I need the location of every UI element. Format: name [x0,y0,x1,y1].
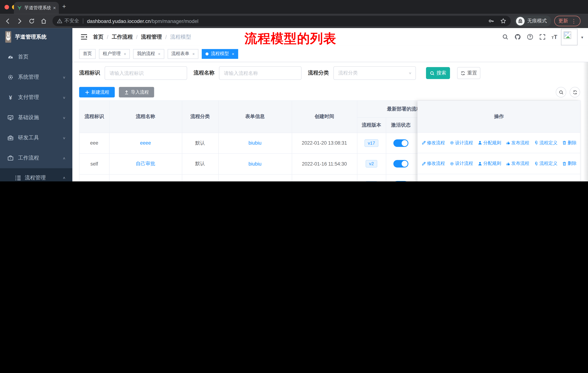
yen-icon: ¥ [8,94,13,101]
chevron-up-icon: ∧ [63,176,66,180]
user-icon [478,141,482,145]
close-icon[interactable]: × [124,51,126,56]
sidebar-item-home[interactable]: 首页 [0,47,72,67]
process-key-input[interactable] [105,66,187,80]
tag-tenant[interactable]: 租户管理× [99,49,130,59]
text-size-icon[interactable]: TT [552,34,557,40]
import-process-button[interactable]: 导入流程 [119,87,154,97]
close-icon[interactable]: × [158,51,160,56]
col-header-category: 流程分类 [182,101,218,133]
reset-button[interactable]: 重置 [457,67,481,79]
delete-link[interactable]: 删除 [562,161,577,167]
design-process-link[interactable]: 设计流程 [450,181,473,181]
sidebar: 芋道管理系统 首页 系统管理 ∨ ¥ 支付管理 ∨ [0,28,72,181]
avatar[interactable] [561,29,578,45]
cell-category: 默认 [182,153,218,174]
breadcrumb-workflow[interactable]: 工作流程 [112,33,133,40]
col-header-created: 创建时间 [292,101,357,133]
close-window-button[interactable] [5,5,9,10]
hand-icon [506,161,510,166]
close-icon[interactable]: × [192,51,195,56]
back-icon[interactable] [5,18,11,24]
version-badge[interactable]: v2 [366,160,377,168]
omnibox-divider [83,18,83,24]
tag-process-model[interactable]: 流程模型× [202,49,238,59]
modify-process-link[interactable]: 修改流程 [421,161,445,167]
toggle-search-button[interactable] [556,87,566,97]
modify-process-link[interactable]: 修改流程 [421,140,445,146]
fullscreen-icon[interactable] [539,34,546,40]
url-path: /bpm/manager/model [151,18,198,24]
breadcrumb-home[interactable]: 首页 [93,33,104,40]
sidebar-item-payment[interactable]: ¥ 支付管理 ∨ [0,87,72,107]
publish-process-link[interactable]: 发布流程 [506,161,529,167]
new-tab-button[interactable]: + [62,3,66,10]
close-icon[interactable]: × [232,51,234,56]
breadcrumb-process-mgmt[interactable]: 流程管理 [141,33,162,40]
tab-close-icon[interactable]: × [53,5,56,11]
category-select[interactable]: 流程分类 ∨ [333,66,416,80]
assign-rule-link[interactable]: 分配规则 [478,181,501,181]
sidebar-item-system[interactable]: 系统管理 ∨ [0,67,72,87]
help-icon[interactable] [527,34,533,40]
address-bar[interactable]: 不安全 dashboard.yudao.iocoder.cn /bpm/mana… [52,16,511,26]
sidebar-item-infra[interactable]: 基础设施 ∨ [0,107,72,128]
edit-icon [421,161,426,166]
create-label: 新建流程 [91,89,109,95]
paperclip-icon [534,141,538,145]
delete-link[interactable]: 删除 [562,140,577,146]
browser-menu-icon[interactable]: ⋮ [571,18,576,24]
delete-link[interactable]: 删除 [562,181,577,181]
form-link[interactable]: biubiu [248,161,261,167]
sidebar-item-workflow[interactable]: 工作流程 ∧ [0,148,72,168]
reload-icon[interactable] [28,18,35,24]
process-definition-link[interactable]: 流程定义 [534,140,557,146]
sidebar-item-process-mgmt[interactable]: 流程管理 ∧ [0,168,72,181]
process-name-input[interactable] [219,66,302,80]
version-badge[interactable]: v17 [364,139,378,147]
page-header: 首页 / 工作流程 / 流程管理 / 流程模型 流程模型的列表 TT [72,28,588,46]
security-label[interactable]: 不安全 [64,18,79,24]
search-button[interactable]: 搜索 [426,67,450,79]
browser-update-button[interactable]: 更新 ⋮ [554,16,580,26]
assign-rule-link[interactable]: 分配规则 [478,161,501,167]
form-link[interactable]: biubiu [248,140,261,146]
hamburger-icon[interactable] [81,34,87,40]
process-definition-link[interactable]: 流程定义 [534,161,557,167]
create-process-button[interactable]: 新建流程 [79,87,115,97]
publish-process-link[interactable]: 发布流程 [506,140,529,146]
forward-icon[interactable] [17,18,23,24]
breadcrumb: 首页 / 工作流程 / 流程管理 / 流程模型 [93,28,191,46]
browser-tab[interactable]: 芋道管理系统 × [14,2,59,14]
home-icon[interactable] [41,18,47,24]
process-name-link[interactable]: 自己审批 [136,161,155,166]
process-name-link[interactable]: eeee [140,140,151,146]
avatar-caret-down-icon[interactable]: ▼ [580,36,584,39]
header-search-icon[interactable] [502,34,508,40]
tag-home[interactable]: 首页 [79,49,96,59]
tag-my-process[interactable]: 我的流程× [133,49,164,59]
active-toggle[interactable] [393,139,408,147]
version-badge[interactable]: v5 [366,181,377,181]
chevron-up-icon: ∧ [63,156,66,160]
tags-view-bar: 首页 租户管理× 我的流程× 流程表单× 流程模型× [72,46,588,62]
password-key-icon[interactable] [488,18,494,24]
refresh-table-button[interactable] [570,87,580,97]
bookmark-star-icon[interactable] [500,18,506,24]
browser-toolbar: 不安全 dashboard.yudao.iocoder.cn /bpm/mana… [0,14,588,28]
assign-rule-link[interactable]: 分配规则 [478,140,501,146]
tag-process-form[interactable]: 流程表单× [168,49,199,59]
cell-key: oa_leave [79,174,109,181]
publish-process-link[interactable]: 发布流程 [506,181,529,181]
active-toggle[interactable] [393,181,408,181]
process-definition-link[interactable]: 流程定义 [534,181,557,181]
active-toggle[interactable] [393,160,408,168]
design-process-link[interactable]: 设计流程 [450,161,473,167]
scroll-edge-shade [583,62,588,181]
sidebar-item-devtools[interactable]: 研发工具 ∨ [0,128,72,148]
design-process-link[interactable]: 设计流程 [450,140,473,146]
modify-process-link[interactable]: 修改流程 [421,181,445,181]
browser-tab-title: 芋道管理系统 [24,5,51,11]
github-icon[interactable] [514,34,521,40]
table-row: self 自己审批 默认 biubiu 2022-01-16 11:54:30 … [79,153,461,174]
